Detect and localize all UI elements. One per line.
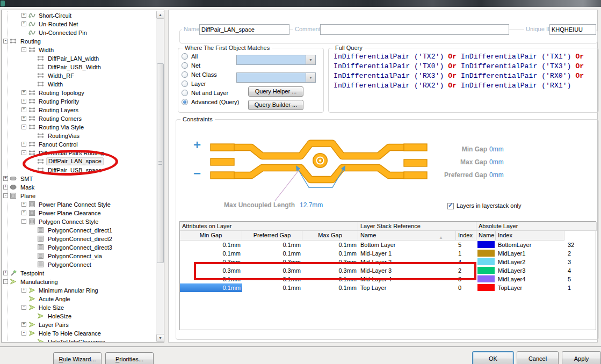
tree-item-routing-topology[interactable]: +Routing Topology xyxy=(2,89,164,97)
preferred-gap-value[interactable]: 0mm xyxy=(489,171,504,179)
tree-item-polygon-connect-style[interactable]: -Polygon Connect Style xyxy=(2,217,164,226)
tree-item-power-plane-clearance[interactable]: +Power Plane Clearance xyxy=(2,209,164,217)
cell-ref-index[interactable]: 1 xyxy=(458,249,476,258)
cell-abs-index[interactable]: 5 xyxy=(568,275,596,283)
scroll-up-button[interactable]: ▲ xyxy=(156,11,164,19)
tree-item-fanout-control[interactable]: +Fanout Control xyxy=(2,140,164,149)
cell-ref-name[interactable]: Mid-Layer 2 xyxy=(360,258,455,266)
tree-item-manufacturing[interactable]: -Manufacturing xyxy=(2,278,164,286)
tree-item-un-connected-pin[interactable]: Un-Connected Pin xyxy=(2,28,164,37)
cell-abs-name[interactable]: TopLayer xyxy=(498,283,564,292)
expand-toggle-icon[interactable]: + xyxy=(21,99,26,104)
radio-icon[interactable] xyxy=(182,90,188,96)
tree-item-routing-via-style[interactable]: -Routing Via Style xyxy=(2,123,164,132)
expand-toggle-icon[interactable]: + xyxy=(21,142,26,147)
cell-abs-index[interactable]: 32 xyxy=(568,241,596,249)
scrollbar-thumb[interactable] xyxy=(157,63,164,263)
cell-abs-index[interactable]: 4 xyxy=(568,266,596,275)
expand-toggle-icon[interactable]: + xyxy=(21,288,26,293)
tree-item-plane[interactable]: -Plane xyxy=(2,192,164,200)
tree-item-routing-corners[interactable]: +Routing Corners xyxy=(2,114,164,123)
priorities-button[interactable]: Priorities... xyxy=(105,352,154,364)
cell-abs-index[interactable]: 2 xyxy=(568,249,596,258)
collapse-toggle-icon[interactable]: - xyxy=(3,279,8,284)
tree-item-routingvias[interactable]: RoutingVias xyxy=(2,132,164,140)
unique-id-input[interactable] xyxy=(549,24,596,35)
apply-button[interactable]: Apply xyxy=(562,351,601,364)
tree-item-minimum-annular-ring[interactable]: +Minimum Annular Ring xyxy=(2,286,164,295)
radio-icon[interactable] xyxy=(182,99,188,105)
cell-max-gap[interactable]: 0.3mm xyxy=(302,266,358,275)
tree-item-differential-pairs-routing[interactable]: -Differential Pairs Routing xyxy=(2,149,164,157)
tree-item-layer-pairs[interactable]: +Layer Pairs xyxy=(2,321,164,329)
tree-item-diffpair-usb-width[interactable]: DiffPair_USB_Width xyxy=(2,63,164,71)
table-column-header[interactable]: Name▲ xyxy=(358,231,456,241)
chevron-down-icon[interactable]: ▼ xyxy=(306,73,315,82)
cell-max-gap[interactable]: 0.1mm xyxy=(302,249,358,258)
rule-name-input[interactable] xyxy=(199,24,289,35)
collapse-toggle-icon[interactable]: - xyxy=(21,150,26,155)
radio-icon[interactable] xyxy=(182,71,188,78)
expand-toggle-icon[interactable]: + xyxy=(21,90,26,95)
cell-max-gap[interactable]: 0.3mm xyxy=(302,258,358,266)
radio-icon[interactable] xyxy=(182,81,188,87)
expand-toggle-icon[interactable]: + xyxy=(21,210,26,215)
tree-item-hole-to-hole-clearance[interactable]: -Hole To Hole Clearance xyxy=(2,329,164,338)
tree-item-width-rf[interactable]: Width_RF xyxy=(2,71,164,80)
cell-abs-index[interactable]: 3 xyxy=(568,258,596,266)
cell-max-gap[interactable]: 0.1mm xyxy=(302,283,358,292)
tree-item-smt[interactable]: +SMT xyxy=(2,174,164,183)
cell-max-gap[interactable]: 0.1mm xyxy=(302,241,358,249)
cell-min-gap[interactable]: 0.1mm xyxy=(180,241,242,249)
cell-abs-index[interactable]: 1 xyxy=(568,283,596,292)
tree-item-polygonconnect-direct3[interactable]: PolygonConnect_direct3 xyxy=(2,243,164,252)
layerstack-checkbox[interactable]: ✓ xyxy=(447,203,454,209)
cell-min-gap[interactable]: 0.1mm xyxy=(180,249,242,258)
table-column-header[interactable]: Index xyxy=(456,231,476,241)
expand-toggle-icon[interactable]: + xyxy=(21,202,26,207)
net-combo[interactable]: ▼ xyxy=(236,55,316,65)
scroll-down-button[interactable]: ▼ xyxy=(156,334,164,342)
tree-item-power-plane-connect-style[interactable]: +Power Plane Connect Style xyxy=(2,200,164,209)
cell-abs-name[interactable]: MidLayer1 xyxy=(498,249,564,258)
cell-ref-index[interactable]: 5 xyxy=(458,241,476,249)
collapse-toggle-icon[interactable]: - xyxy=(21,47,26,52)
cell-preferred-gap[interactable]: 0.1mm xyxy=(242,241,302,249)
tree-item-diffpair-usb-space[interactable]: DiffPair_USB_space xyxy=(2,166,164,174)
tree-item-hole-size[interactable]: -Hole Size xyxy=(2,303,164,312)
tree-item-polygonconnect[interactable]: PolygonConnect xyxy=(2,260,164,269)
net-class-combo[interactable]: ▼ xyxy=(236,72,316,83)
cell-ref-index[interactable]: 0 xyxy=(458,283,476,292)
table-column-header[interactable]: Preferred Gap xyxy=(242,231,302,241)
cell-max-gap[interactable]: 0.1mm xyxy=(302,275,358,283)
collapse-toggle-icon[interactable]: - xyxy=(21,219,26,224)
collapse-toggle-icon[interactable]: - xyxy=(21,305,26,310)
max-uncoupled-value[interactable]: 12.7mm xyxy=(300,201,323,209)
tree-item-short-circuit[interactable]: +Short-Circuit xyxy=(2,11,164,20)
cell-ref-index[interactable]: 4 xyxy=(458,258,476,266)
expand-toggle-icon[interactable]: + xyxy=(21,322,26,327)
cell-min-gap[interactable]: 0.1mm xyxy=(180,275,242,283)
chevron-down-icon[interactable]: ▼ xyxy=(306,55,315,64)
radio-icon[interactable] xyxy=(182,53,188,60)
cell-ref-name[interactable]: Top Layer xyxy=(360,283,455,292)
table-column-header[interactable]: Max Gap xyxy=(302,231,358,241)
cell-ref-name[interactable]: Mid-Layer 3 xyxy=(360,266,455,275)
cell-min-gap[interactable]: 0.3mm xyxy=(180,258,242,266)
tree-item-un-routed-net[interactable]: +Un-Routed Net xyxy=(2,20,164,28)
tree-item-diffpair-lan-width[interactable]: DiffPair_LAN_width xyxy=(2,54,164,63)
tree-item-mask[interactable]: +Mask xyxy=(2,183,164,192)
tree-item-routing[interactable]: -Routing xyxy=(2,37,164,46)
cell-abs-name[interactable]: BottomLayer xyxy=(498,241,564,249)
table-column-header[interactable]: Index xyxy=(496,231,564,241)
expand-toggle-icon[interactable]: + xyxy=(3,271,8,275)
cell-preferred-gap[interactable]: 0.1mm xyxy=(242,249,302,258)
collapse-toggle-icon[interactable]: - xyxy=(21,125,26,129)
cell-ref-name[interactable]: Bottom Layer xyxy=(360,241,455,249)
tree-item-acute-angle[interactable]: Acute Angle xyxy=(2,295,164,303)
expand-toggle-icon[interactable]: + xyxy=(3,185,8,190)
cell-ref-name[interactable]: Mid-Layer 1 xyxy=(360,249,455,258)
max-gap-value[interactable]: 0mm xyxy=(489,158,504,166)
tree-item-polygonconnect-via[interactable]: PolygonConnect_via xyxy=(2,252,164,260)
comment-input[interactable] xyxy=(320,24,509,35)
